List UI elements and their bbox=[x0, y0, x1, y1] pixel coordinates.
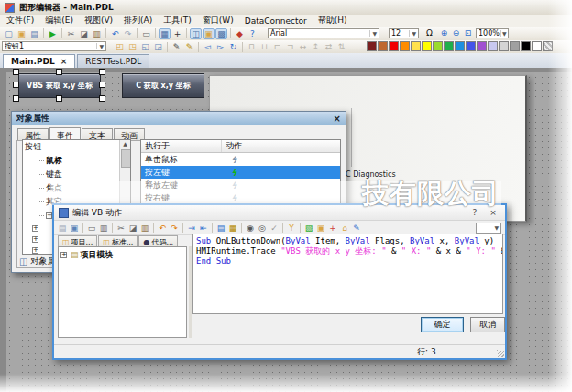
color-swatch[interactable] bbox=[477, 41, 487, 51]
home-icon[interactable]: ⌂ bbox=[339, 223, 350, 234]
copy-icon[interactable]: ◪ bbox=[127, 223, 138, 234]
lightning-icon[interactable]: ϟ bbox=[222, 168, 280, 178]
close-icon[interactable]: × bbox=[60, 57, 68, 66]
align-left-icon[interactable]: ⊏ bbox=[271, 41, 283, 52]
rotate-icon[interactable]: ↻ bbox=[227, 41, 239, 52]
font-size-select[interactable]: 12▼ bbox=[389, 28, 419, 38]
brush-icon[interactable]: ✎ bbox=[183, 41, 195, 52]
tree-expand-icon[interactable]: + bbox=[32, 236, 38, 243]
selection-handle[interactable] bbox=[56, 95, 62, 102]
lightning-icon[interactable]: ϟ bbox=[222, 180, 280, 191]
add-icon[interactable]: + bbox=[327, 223, 338, 234]
table-row[interactable]: 按左键ϟ bbox=[141, 166, 340, 179]
pattern-swatch[interactable] bbox=[543, 41, 553, 51]
document-tab[interactable]: Main.PDL× bbox=[3, 54, 75, 68]
cursor-icon[interactable]: + bbox=[171, 28, 183, 39]
canvas-button-vbs[interactable]: VBS 获取 x,y 坐标 bbox=[18, 73, 101, 98]
undo-icon[interactable]: ↶ bbox=[109, 28, 121, 39]
close-icon[interactable]: × bbox=[486, 208, 500, 217]
cancel-button[interactable]: 取消 bbox=[470, 317, 505, 332]
tree-expand-icon[interactable]: + bbox=[32, 247, 38, 254]
color-swatch[interactable] bbox=[521, 41, 531, 51]
comment-icon[interactable]: ▤ bbox=[215, 223, 226, 234]
column-header[interactable]: 动作 bbox=[222, 140, 280, 152]
table-row[interactable]: 释放左键ϟ bbox=[141, 179, 340, 191]
project-module-tree[interactable]: +▤项目模块 bbox=[58, 246, 187, 338]
zoom-in-icon[interactable]: ⊕ bbox=[438, 27, 450, 38]
close-icon[interactable]: × bbox=[334, 114, 341, 124]
lightning-icon[interactable]: ϟ bbox=[222, 193, 280, 203]
color-swatch[interactable] bbox=[367, 41, 377, 51]
grid-icon[interactable]: ▦ bbox=[159, 28, 170, 39]
distribute-h-icon[interactable]: ⇄ bbox=[323, 41, 335, 52]
branch-icon[interactable]: Y bbox=[286, 223, 297, 234]
undo-icon[interactable]: ↶ bbox=[157, 223, 168, 234]
tree-item[interactable]: 鼠标 bbox=[36, 154, 130, 168]
new-icon[interactable]: ▢ bbox=[3, 28, 15, 39]
help-button[interactable]: ? bbox=[468, 208, 482, 217]
tree-item[interactable]: 焦点 bbox=[36, 181, 130, 195]
same-width-icon[interactable]: ↔ bbox=[297, 41, 309, 52]
selection-handle[interactable] bbox=[56, 69, 62, 75]
uncomment-icon[interactable]: ▦ bbox=[227, 223, 238, 234]
preview-icon[interactable]: ▥ bbox=[98, 223, 109, 234]
customized-object-icon[interactable]: ◱ bbox=[139, 41, 151, 52]
import-icon[interactable]: ▣ bbox=[69, 223, 80, 234]
tree-root[interactable]: 按钮 bbox=[23, 140, 130, 154]
tools-icon[interactable]: ◆ bbox=[234, 28, 246, 39]
symbol-omega-button[interactable]: Ω bbox=[424, 27, 435, 38]
scrollbar-thumb[interactable] bbox=[121, 149, 131, 168]
tree-expand-icon[interactable]: + bbox=[60, 252, 67, 258]
color-swatch[interactable] bbox=[433, 41, 443, 51]
help-icon[interactable]: ? bbox=[247, 28, 258, 39]
menu-item[interactable]: 工具(T) bbox=[163, 15, 192, 27]
open-icon[interactable]: ▣ bbox=[16, 28, 28, 39]
distribute-v-icon[interactable]: ⇅ bbox=[336, 41, 347, 52]
cut-icon[interactable]: ✂ bbox=[65, 28, 77, 39]
menu-item[interactable]: 帮助(H) bbox=[318, 15, 347, 27]
selection-handle[interactable] bbox=[99, 95, 105, 102]
color-swatch[interactable] bbox=[455, 41, 465, 51]
zoom-out-icon[interactable]: ⊖ bbox=[450, 27, 462, 38]
selection-handle[interactable] bbox=[13, 95, 19, 102]
edit-icon[interactable]: ✎ bbox=[351, 223, 362, 234]
resize-grip[interactable] bbox=[497, 350, 504, 357]
table-row[interactable]: 单击鼠标ϟ bbox=[141, 153, 340, 166]
color-swatch[interactable] bbox=[378, 41, 388, 51]
panes-icon[interactable]: ◫ bbox=[190, 28, 202, 39]
menu-item[interactable]: 编辑(E) bbox=[45, 15, 73, 27]
check-icon[interactable]: ✓ bbox=[269, 223, 280, 234]
dialog-title-bar[interactable]: 对象属性 × bbox=[12, 112, 346, 125]
object-selector[interactable]: 按钮1▼ bbox=[2, 41, 106, 51]
selection-handle[interactable] bbox=[99, 82, 105, 88]
code-editor[interactable]: Sub OnLButtonDown(ByVal Item, ByVal Flag… bbox=[192, 234, 503, 314]
table-row[interactable]: 按右键ϟ bbox=[141, 191, 340, 204]
folder-icon[interactable]: ▣ bbox=[315, 223, 326, 234]
zoom-level-select[interactable]: 100%▼ bbox=[476, 28, 509, 38]
paste-icon[interactable]: ▥ bbox=[139, 223, 150, 234]
align-top-icon[interactable]: ⊓ bbox=[246, 41, 258, 52]
color-swatch[interactable] bbox=[400, 41, 410, 51]
indent-icon[interactable]: ⇥ bbox=[186, 223, 197, 234]
find-icon[interactable]: ◉ bbox=[245, 223, 256, 234]
flip-v-icon[interactable]: ▻ bbox=[214, 41, 226, 52]
tree-item[interactable]: 键盘 bbox=[36, 168, 130, 181]
color-swatch[interactable] bbox=[510, 41, 520, 51]
gallery-icon[interactable]: ▩ bbox=[215, 28, 227, 39]
menu-item[interactable]: 文件(F) bbox=[6, 15, 34, 27]
ungroup-icon[interactable]: ◳ bbox=[126, 41, 138, 52]
column-header[interactable]: 执行于 bbox=[141, 140, 222, 152]
run-icon[interactable]: ▶ bbox=[47, 28, 59, 39]
flip-h-icon[interactable]: ◅ bbox=[202, 41, 214, 52]
group-icon[interactable]: ◰ bbox=[114, 41, 126, 52]
color-swatch[interactable] bbox=[499, 41, 509, 51]
canvas-button-c[interactable]: C 获取 x,y 坐标 bbox=[122, 73, 204, 98]
save-icon[interactable]: ▤ bbox=[28, 28, 40, 39]
align-bottom-icon[interactable]: ⊔ bbox=[258, 41, 270, 52]
paste-icon[interactable]: ▥ bbox=[91, 28, 103, 39]
faceplate-icon[interactable]: ◲ bbox=[152, 41, 164, 52]
save-icon[interactable]: ▤ bbox=[57, 223, 68, 234]
print-icon[interactable]: ▭ bbox=[140, 28, 152, 39]
color-swatch[interactable] bbox=[466, 41, 476, 51]
dialog-title-bar[interactable]: 编辑 VB 动作 ? × bbox=[54, 205, 505, 221]
